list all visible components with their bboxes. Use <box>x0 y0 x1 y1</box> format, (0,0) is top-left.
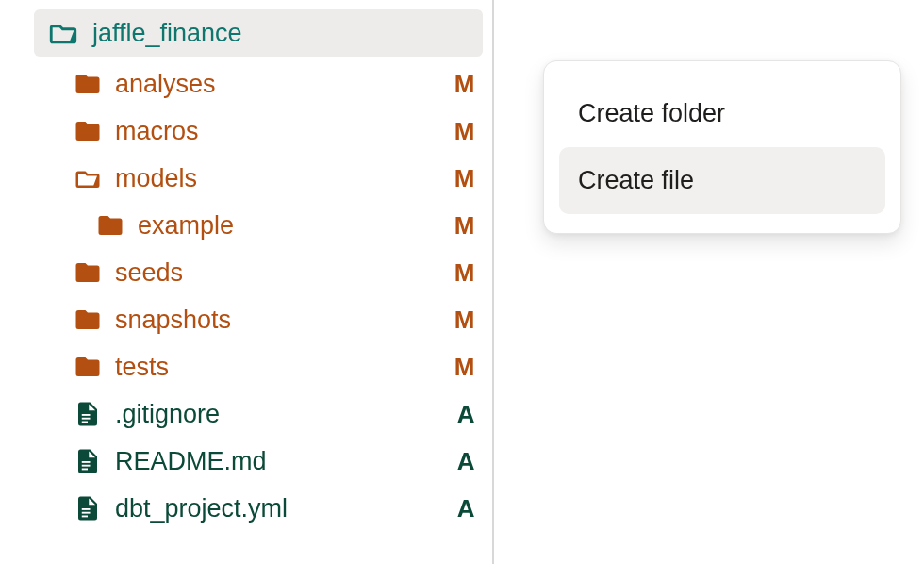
svg-rect-1 <box>82 418 91 420</box>
tree-item-label: .gitignore <box>115 400 457 429</box>
menu-item-create-file[interactable]: Create file <box>559 147 885 214</box>
folder-closed-icon <box>96 211 124 240</box>
git-status-badge: M <box>454 353 475 382</box>
tree-item-readme[interactable]: README.md A <box>6 438 492 485</box>
git-status-badge: M <box>454 211 475 241</box>
git-status-badge: M <box>454 117 475 146</box>
file-icon <box>74 400 102 428</box>
tree-item-label: README.md <box>115 447 457 476</box>
git-status-badge: A <box>457 400 475 429</box>
tree-item-seeds[interactable]: seeds M <box>6 249 492 296</box>
tree-root[interactable]: jaffle_finance <box>34 9 483 57</box>
menu-item-create-folder[interactable]: Create folder <box>559 80 885 147</box>
svg-rect-6 <box>82 508 91 510</box>
svg-rect-8 <box>82 516 88 518</box>
svg-rect-5 <box>82 469 88 471</box>
menu-item-label: Create file <box>578 166 694 194</box>
tree-item-label: macros <box>115 117 454 146</box>
tree-item-label: seeds <box>115 258 454 288</box>
file-icon <box>74 494 102 523</box>
git-status-badge: M <box>454 306 475 335</box>
tree-root-label: jaffle_finance <box>92 19 466 48</box>
tree-item-label: analyses <box>115 70 454 99</box>
git-status-badge: M <box>454 164 475 193</box>
folder-closed-icon <box>74 70 102 98</box>
menu-item-label: Create folder <box>578 99 725 127</box>
folder-closed-icon <box>74 117 102 145</box>
folder-closed-icon <box>74 258 102 287</box>
tree-item-label: snapshots <box>115 306 454 335</box>
svg-rect-2 <box>82 422 88 423</box>
tree-item-gitignore[interactable]: .gitignore A <box>6 390 492 438</box>
folder-closed-icon <box>74 306 102 334</box>
svg-rect-4 <box>82 465 91 467</box>
tree-item-label: models <box>115 164 454 193</box>
tree-item-dbt-project-yml[interactable]: dbt_project.yml A <box>6 485 492 532</box>
tree-item-snapshots[interactable]: snapshots M <box>6 296 492 343</box>
tree-item-macros[interactable]: macros M <box>6 108 492 155</box>
tree-item-tests[interactable]: tests M <box>6 343 492 390</box>
folder-open-icon <box>74 164 102 192</box>
tree-item-label: tests <box>115 353 454 382</box>
git-status-badge: A <box>457 494 475 523</box>
svg-rect-0 <box>82 414 91 416</box>
folder-open-icon <box>47 17 79 49</box>
svg-rect-3 <box>82 461 91 463</box>
git-status-badge: A <box>457 447 475 476</box>
tree-item-label: example <box>138 211 454 241</box>
file-tree: jaffle_finance analyses M macros M model… <box>0 0 494 564</box>
file-icon <box>74 447 102 475</box>
tree-item-label: dbt_project.yml <box>115 494 457 523</box>
git-status-badge: M <box>454 70 475 99</box>
folder-closed-icon <box>74 353 102 381</box>
svg-rect-7 <box>82 512 91 514</box>
tree-item-example[interactable]: example M <box>6 202 492 249</box>
tree-item-models[interactable]: models M <box>6 155 492 202</box>
tree-item-analyses[interactable]: analyses M <box>6 60 492 108</box>
context-menu: Create folder Create file <box>543 60 901 234</box>
git-status-badge: M <box>454 258 475 288</box>
